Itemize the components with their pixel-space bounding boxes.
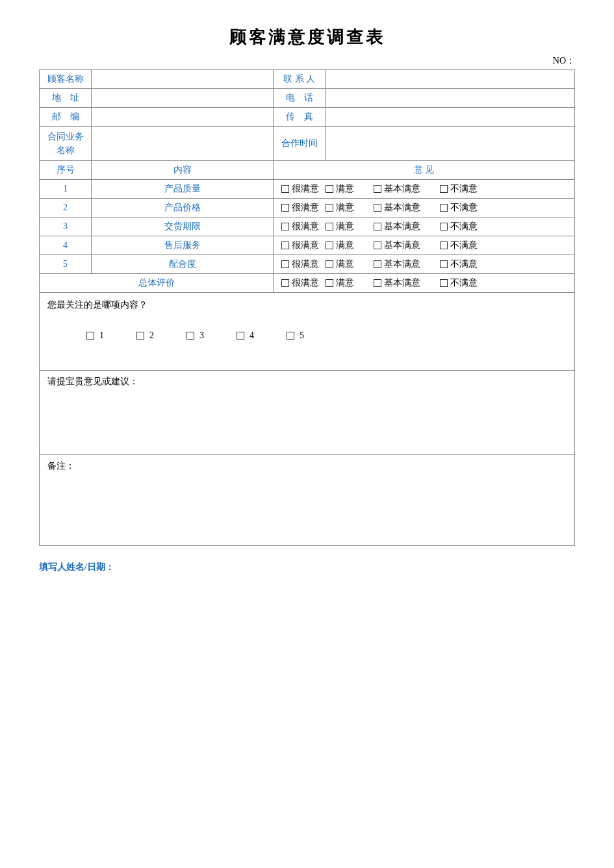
concern-item-3[interactable]: 3	[186, 330, 204, 341]
basic-satisfied-4[interactable]: 基本满意	[374, 240, 420, 251]
content-4: 售后服务	[92, 236, 274, 255]
postal-value[interactable]	[92, 108, 274, 127]
opinion-1: 很满意 满意 基本满意 不满意	[274, 180, 575, 199]
checkbox-icon	[440, 185, 448, 193]
concern-item-2[interactable]: 2	[136, 330, 154, 341]
concern-label: 您最关注的是哪项内容？	[47, 299, 567, 311]
phone-label: 电 话	[274, 89, 326, 108]
col-opinion-header: 意 见	[274, 161, 575, 180]
content-5: 配合度	[92, 255, 274, 274]
satisfied-2[interactable]: 满意	[326, 202, 354, 214]
not-satisfied-3[interactable]: 不满意	[440, 221, 478, 232]
checkbox-icon	[374, 204, 381, 212]
customer-name-value[interactable]	[92, 70, 274, 89]
very-satisfied-2[interactable]: 很满意	[281, 202, 319, 214]
phone-value[interactable]	[326, 89, 575, 108]
concern-item-4[interactable]: 4	[237, 330, 254, 341]
very-satisfied-3[interactable]: 很满意	[281, 221, 319, 232]
seq-2: 2	[40, 199, 92, 217]
basic-satisfied-5[interactable]: 基本满意	[374, 258, 420, 270]
checkbox-icon	[237, 332, 244, 340]
seq-4: 4	[40, 236, 92, 255]
basic-satisfied-3[interactable]: 基本满意	[374, 221, 420, 232]
satisfied-5[interactable]: 满意	[326, 258, 354, 270]
checkbox-icon	[326, 260, 333, 268]
checkbox-icon	[374, 242, 381, 249]
satisfied-4[interactable]: 满意	[326, 240, 354, 251]
table-row-4: 4 售后服务 很满意 满意 基本满意 不满意	[40, 236, 575, 255]
checkbox-icon	[281, 223, 289, 230]
concern-item-1[interactable]: 1	[86, 330, 104, 341]
suggestion-cell[interactable]: 请提宝贵意见或建议：	[40, 371, 575, 455]
table-row-5: 5 配合度 很满意 满意 基本满意 不满意	[40, 255, 575, 274]
checkbox-icon	[281, 279, 289, 287]
checkbox-icon	[326, 242, 333, 249]
notes-row: 备注：	[40, 455, 575, 546]
checkbox-icon	[374, 185, 381, 193]
contract-value[interactable]	[92, 127, 274, 161]
concern-cell: 您最关注的是哪项内容？ 1 2 3 4	[40, 293, 575, 371]
very-satisfied-5[interactable]: 很满意	[281, 258, 319, 270]
checkbox-icon	[281, 185, 289, 193]
page-title: 顾客满意度调查表	[39, 26, 575, 49]
not-satisfied-5[interactable]: 不满意	[440, 258, 478, 270]
very-satisfied-summary[interactable]: 很满意	[281, 277, 319, 289]
checkbox-icon	[281, 242, 289, 249]
not-satisfied-summary[interactable]: 不满意	[440, 277, 478, 289]
cooperation-time-value[interactable]	[326, 127, 575, 161]
fax-value[interactable]	[326, 108, 575, 127]
suggestion-label: 请提宝贵意见或建议：	[47, 376, 567, 388]
address-value[interactable]	[92, 89, 274, 108]
satisfied-1[interactable]: 满意	[326, 183, 354, 195]
checkbox-icon	[440, 260, 448, 268]
concern-checkboxes: 1 2 3 4 5	[47, 324, 567, 347]
customer-name-label: 顾客名称	[40, 70, 92, 89]
opinion-4: 很满意 满意 基本满意 不满意	[274, 236, 575, 255]
very-satisfied-1[interactable]: 很满意	[281, 183, 319, 195]
checkbox-icon	[186, 332, 194, 340]
checkbox-icon	[374, 223, 381, 230]
notes-label: 备注：	[47, 460, 567, 472]
checkbox-icon	[281, 204, 289, 212]
basic-satisfied-2[interactable]: 基本满意	[374, 202, 420, 214]
fax-label: 传 真	[274, 108, 326, 127]
checkbox-icon	[326, 223, 333, 230]
very-satisfied-4[interactable]: 很满意	[281, 240, 319, 251]
content-1: 产品质量	[92, 180, 274, 199]
checkbox-icon	[440, 242, 448, 249]
checkbox-icon	[136, 332, 144, 340]
summary-opinion: 很满意 满意 基本满意 不满意	[274, 274, 575, 293]
summary-row: 总体评价 很满意 满意 基本满意 不满意	[40, 274, 575, 293]
opinion-5: 很满意 满意 基本满意 不满意	[274, 255, 575, 274]
col-seq-header: 序号	[40, 161, 92, 180]
concern-row: 您最关注的是哪项内容？ 1 2 3 4	[40, 293, 575, 371]
address-label: 地 址	[40, 89, 92, 108]
content-3: 交货期限	[92, 217, 274, 236]
satisfied-3[interactable]: 满意	[326, 221, 354, 232]
cooperation-time-label: 合作时间	[274, 127, 326, 161]
footer-label: 填写人姓名/日期：	[39, 562, 575, 573]
not-satisfied-2[interactable]: 不满意	[440, 202, 478, 214]
checkbox-icon	[326, 204, 333, 212]
main-form-table: 顾客名称 联 系 人 地 址 电 话 邮 编 传 真 合同业务名称 合作时间 序…	[39, 69, 575, 546]
checkbox-icon	[374, 260, 381, 268]
basic-satisfied-1[interactable]: 基本满意	[374, 183, 420, 195]
satisfied-summary[interactable]: 满意	[326, 277, 354, 289]
col-content-header: 内容	[92, 161, 274, 180]
checkbox-icon	[86, 332, 94, 340]
notes-cell[interactable]: 备注：	[40, 455, 575, 546]
not-satisfied-1[interactable]: 不满意	[440, 183, 478, 195]
checkbox-icon	[287, 332, 294, 340]
content-2: 产品价格	[92, 199, 274, 217]
checkbox-icon	[326, 185, 333, 193]
no-label: NO：	[39, 55, 575, 67]
contact-value[interactable]	[326, 70, 575, 89]
seq-3: 3	[40, 217, 92, 236]
basic-satisfied-summary[interactable]: 基本满意	[374, 277, 420, 289]
concern-item-5[interactable]: 5	[287, 330, 304, 341]
checkbox-icon	[440, 223, 448, 230]
postal-label: 邮 编	[40, 108, 92, 127]
not-satisfied-4[interactable]: 不满意	[440, 240, 478, 251]
contract-label: 合同业务名称	[40, 127, 92, 161]
checkbox-icon	[440, 279, 448, 287]
